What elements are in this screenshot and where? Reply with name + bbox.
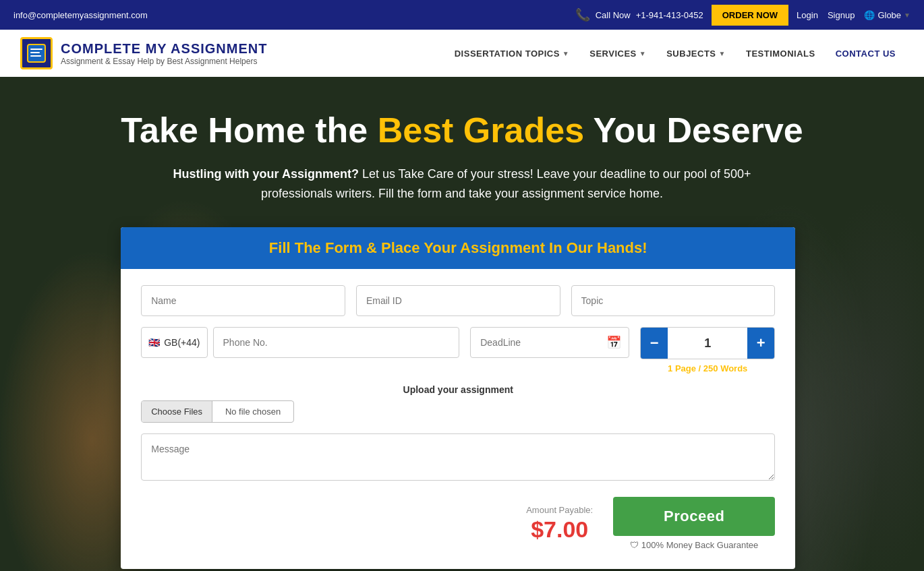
phone-section: 📞 Call Now +1-941-413-0452 — [575, 7, 703, 22]
nav-label-subjects: SUBJECTS — [666, 49, 716, 59]
form-row-2: 🇬🇧 GB(+44) 📅 − 1 + — [141, 327, 775, 373]
logo-text: COMPLETE MY ASSIGNMENT Assignment & Essa… — [61, 41, 267, 66]
choose-files-button[interactable]: Choose Files — [142, 401, 212, 422]
phone-input[interactable] — [213, 327, 460, 358]
chevron-down-icon: ▼ — [562, 50, 569, 57]
page-words-text: 1 Page / 250 Words — [668, 363, 747, 373]
increment-button[interactable]: + — [747, 328, 774, 359]
nav-item-contact[interactable]: CONTACT US — [828, 43, 904, 64]
country-code-label: GB(+44) — [164, 337, 200, 348]
order-now-button[interactable]: ORDER NOW — [712, 5, 788, 26]
chevron-down-icon: ▼ — [719, 50, 726, 57]
deadline-input[interactable] — [470, 327, 629, 358]
nav-item-dissertation[interactable]: DISSERTATION TOPICS ▼ — [446, 43, 578, 64]
no-file-label: No file chosen — [212, 401, 293, 422]
chevron-down-icon: ▼ — [639, 50, 646, 57]
hero-subtitle: Hustling with your Assignment? Let us Ta… — [158, 164, 766, 204]
globe-icon: 🌐 — [864, 10, 875, 20]
top-bar-left: info@completemyassignment.com — [13, 10, 148, 20]
logo-title: COMPLETE MY ASSIGNMENT — [61, 41, 267, 57]
form-row-1 — [141, 285, 775, 316]
call-now-label: Call Now — [596, 10, 631, 20]
main-nav: COMPLETE MY ASSIGNMENT Assignment & Essa… — [0, 30, 924, 77]
logo-icon — [20, 37, 53, 69]
phone-icon: 📞 — [575, 7, 590, 22]
decrement-button[interactable]: − — [641, 328, 668, 359]
top-bar-links: Login Signup 🌐 Globe ▼ — [797, 10, 911, 20]
login-link[interactable]: Login — [797, 10, 818, 20]
money-back-label: 🛡 100% Money Back Guarantee — [630, 540, 758, 550]
signup-link[interactable]: Signup — [828, 10, 855, 20]
logo-area: COMPLETE MY ASSIGNMENT Assignment & Essa… — [20, 37, 267, 69]
nav-links: DISSERTATION TOPICS ▼ SERVICES ▼ SUBJECT… — [446, 43, 904, 64]
nav-label-testimonials: TESTIMONIALS — [746, 49, 815, 59]
hero-title-part1: Take Home the — [121, 111, 377, 150]
form-card-header: Fill The Form & Place Your Assignment In… — [121, 227, 795, 269]
form-header-part1: Fill The Form & Place Your Assignment In — [269, 239, 567, 256]
hero-content: Take Home the Best Grades You Deserve Hu… — [121, 111, 803, 569]
hero-title: Take Home the Best Grades You Deserve — [121, 111, 803, 151]
topic-input[interactable] — [571, 285, 776, 316]
message-textarea[interactable] — [141, 433, 775, 481]
form-card: Fill The Form & Place Your Assignment In… — [121, 227, 795, 569]
country-code-dropdown[interactable]: 🇬🇧 GB(+44) — [141, 327, 207, 358]
hero-section: Take Home the Best Grades You Deserve Hu… — [0, 77, 924, 571]
page-counter: − 1 + — [640, 327, 775, 359]
nav-label-contact: CONTACT US — [836, 49, 896, 59]
upload-label: Upload your assignment — [141, 384, 775, 395]
counter-value: 1 — [668, 336, 747, 351]
page-counter-wrap: − 1 + 1 Page / 250 Words — [640, 327, 775, 373]
logo-subtitle: Assignment & Essay Help by Best Assignme… — [61, 57, 267, 66]
email-input[interactable] — [356, 285, 560, 316]
upload-section: Upload your assignment Choose Files No f… — [141, 384, 775, 423]
nav-item-subjects[interactable]: SUBJECTS ▼ — [658, 43, 734, 64]
globe-dropdown[interactable]: 🌐 Globe ▼ — [864, 10, 911, 20]
page-words-label: 1 Page / 250 Words — [668, 363, 747, 373]
nav-item-testimonials[interactable]: TESTIMONIALS — [738, 43, 824, 64]
hero-subtitle-bold: Hustling with your Assignment? — [173, 167, 359, 181]
chevron-down-icon: ▼ — [904, 11, 911, 19]
hero-title-part2: You Deserve — [584, 111, 803, 150]
phone-number[interactable]: +1-941-413-0452 — [636, 10, 703, 20]
amount-section: Amount Payable: $7.00 — [526, 505, 593, 543]
shield-icon: 🛡 — [630, 540, 639, 550]
nav-label-dissertation: DISSERTATION TOPICS — [455, 49, 560, 59]
flag-icon: 🇬🇧 — [148, 337, 160, 348]
proceed-button[interactable]: Proceed — [613, 497, 775, 536]
nav-label-services: SERVICES — [589, 49, 637, 59]
amount-value: $7.00 — [526, 516, 593, 543]
email-link[interactable]: info@completemyassignment.com — [13, 10, 148, 20]
proceed-col: Proceed 🛡 100% Money Back Guarantee — [613, 497, 775, 550]
money-back-text: 100% Money Back Guarantee — [641, 540, 758, 550]
hero-title-accent: Best Grades — [378, 111, 584, 150]
svg-rect-3 — [30, 55, 41, 57]
top-bar-right: 📞 Call Now +1-941-413-0452 ORDER NOW Log… — [575, 5, 911, 26]
form-body: 🇬🇧 GB(+44) 📅 − 1 + — [121, 269, 795, 569]
form-bottom: Amount Payable: $7.00 Proceed 🛡 100% Mon… — [141, 497, 775, 555]
top-bar: info@completemyassignment.com 📞 Call Now… — [0, 0, 924, 30]
svg-rect-1 — [30, 49, 42, 50]
nav-item-services[interactable]: SERVICES ▼ — [581, 43, 654, 64]
deadline-wrap: 📅 — [470, 327, 629, 358]
file-input-wrap[interactable]: Choose Files No file chosen — [141, 400, 294, 423]
amount-label: Amount Payable: — [526, 505, 593, 515]
svg-rect-2 — [30, 52, 40, 53]
form-header-accent: Our Hands! — [567, 239, 647, 256]
name-input[interactable] — [141, 285, 345, 316]
globe-label: Globe — [877, 10, 901, 20]
